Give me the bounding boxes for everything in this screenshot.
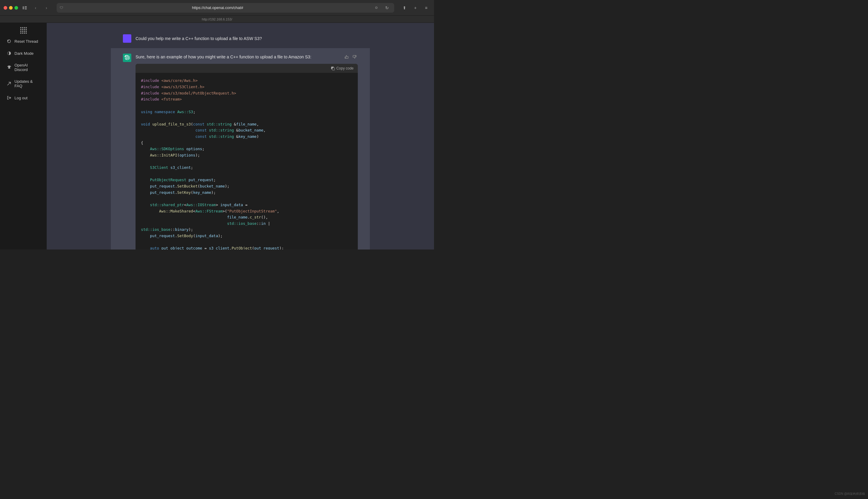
code-block: Copy code #include <aws/core/Aws.h> #inc… — [135, 64, 358, 250]
reset-icon — [7, 39, 11, 44]
assistant-message: Sure, here is an example of how you migh… — [111, 48, 370, 250]
sidebar-item-updates-faq[interactable]: Updates & FAQ — [2, 76, 45, 91]
reader-mode-button[interactable]: ⊙ — [372, 4, 380, 12]
back-button[interactable]: ‹ — [31, 4, 40, 12]
svg-rect-1 — [25, 6, 27, 7]
code-pre: #include <aws/core/Aws.h> #include <aws/… — [141, 78, 353, 250]
sidebar-item-reset-thread[interactable]: Reset Thread — [2, 36, 45, 47]
log-out-label: Log out — [14, 96, 27, 100]
code-header: Copy code — [135, 64, 358, 73]
sidebar-toggle-button[interactable] — [21, 4, 29, 12]
logout-icon — [7, 95, 11, 100]
add-tab-button[interactable]: + — [411, 4, 419, 12]
code-content: #include <aws/core/Aws.h> #include <aws/… — [135, 73, 358, 250]
user-message: Could you help me write a C++ function t… — [123, 29, 358, 48]
discord-icon — [7, 65, 11, 70]
ip-address: http://192.168.6.153/ — [202, 17, 232, 21]
chat-messages: Could you help me write a C++ function t… — [123, 29, 358, 250]
updates-faq-label: Updates & FAQ — [14, 79, 40, 88]
copy-code-button[interactable]: Copy code — [331, 66, 354, 70]
main-layout: Reset Thread Dark Mode OpenAI Discord — [0, 23, 434, 250]
close-button[interactable] — [4, 6, 7, 10]
traffic-lights — [4, 6, 18, 10]
assistant-intro-text: Sure, here is an example of how you migh… — [135, 53, 358, 60]
thumbs-up-button[interactable] — [343, 53, 350, 61]
thumbs-down-button[interactable] — [351, 53, 358, 61]
maximize-button[interactable] — [14, 6, 18, 10]
minimize-button[interactable] — [9, 6, 13, 10]
reload-button[interactable]: ↻ — [383, 4, 391, 12]
shield-icon: 🛡 — [60, 6, 63, 10]
sidebar-item-dark-mode[interactable]: Dark Mode — [2, 48, 45, 59]
chat-area: Could you help me write a C++ function t… — [47, 23, 434, 250]
grid-menu-icon[interactable] — [20, 27, 27, 34]
address-bar[interactable]: 🛡 https://chat.openai.com/chat# ⊙ ↻ — [57, 3, 394, 13]
reset-thread-label: Reset Thread — [14, 39, 38, 44]
assistant-content: Sure, here is an example of how you migh… — [135, 53, 358, 250]
assistant-avatar — [123, 53, 131, 62]
sidebar-item-log-out[interactable]: Log out — [2, 93, 45, 103]
svg-rect-0 — [23, 6, 24, 9]
user-message-text: Could you help me write a C++ function t… — [135, 34, 262, 42]
url-text: https://chat.openai.com/chat# — [66, 5, 370, 10]
ip-bar: http://192.168.6.153/ — [0, 16, 434, 23]
sidebar-item-openai-discord[interactable]: OpenAI Discord — [2, 60, 45, 75]
dark-mode-icon — [7, 51, 11, 56]
forward-button[interactable]: › — [42, 4, 51, 12]
share-button[interactable]: ⬆ — [400, 4, 409, 12]
updates-icon — [7, 81, 11, 86]
browser-chrome: ‹ › 🛡 https://chat.openai.com/chat# ⊙ ↻ … — [0, 0, 434, 16]
dark-mode-label: Dark Mode — [14, 51, 34, 56]
svg-rect-2 — [25, 8, 27, 8]
openai-discord-label: OpenAI Discord — [14, 63, 40, 72]
message-actions — [343, 53, 358, 61]
svg-rect-3 — [25, 9, 27, 9]
sidebar: Reset Thread Dark Mode OpenAI Discord — [0, 23, 47, 250]
copy-code-label: Copy code — [336, 66, 354, 70]
user-avatar — [123, 34, 131, 43]
more-button[interactable]: ≡ — [422, 4, 430, 12]
